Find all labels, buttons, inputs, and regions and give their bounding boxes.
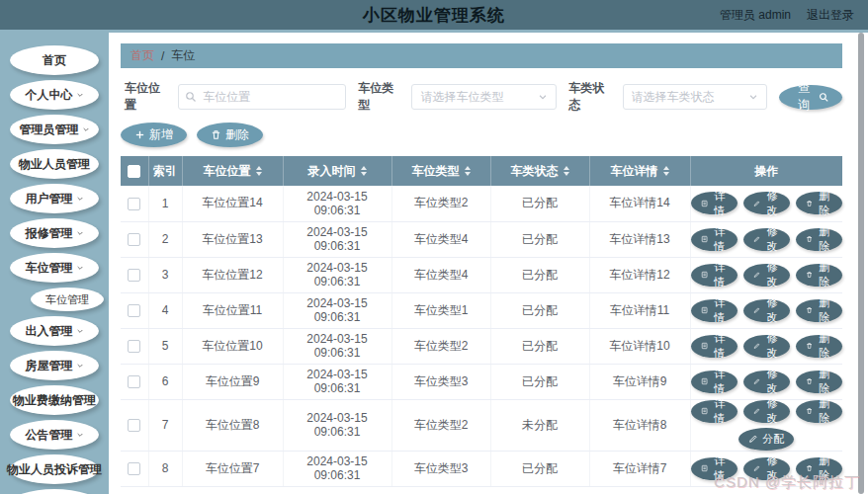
sidebar-item-label: 用户管理 (26, 191, 73, 207)
table-row: 4 车位位置11 2024-03-15 09:06:31 车位类型1 已分配 车… (121, 292, 842, 328)
row-checkbox[interactable] (128, 304, 140, 317)
add-button[interactable]: 新增 (121, 123, 187, 147)
sidebar-item-label: 公告管理 (26, 427, 73, 444)
sidebar-item-home[interactable]: 首页 (10, 45, 99, 75)
edit-icon (748, 434, 758, 444)
row-checkbox[interactable] (128, 269, 140, 282)
detail-button-label: 详情 (712, 396, 728, 426)
edit-button-label: 修改 (764, 396, 780, 426)
row-checkbox[interactable] (128, 340, 140, 353)
delete-row-button[interactable]: 删除 (796, 264, 842, 287)
sort-icon[interactable] (564, 166, 569, 176)
sidebar-item-label: 出入管理 (26, 323, 73, 340)
location-input[interactable] (178, 84, 346, 110)
sidebar-item-user-mgmt[interactable]: 用户管理 (10, 184, 99, 213)
sidebar-item-house-mgmt[interactable]: 房屋管理 (10, 351, 99, 380)
sidebar-item-parking-mgmt-sub[interactable]: 车位管理 (31, 288, 104, 311)
detail-button[interactable]: 详情 (691, 228, 738, 251)
cell-actions: 详情 修改 删除 (690, 451, 842, 486)
sidebar-item-admin-mgmt[interactable]: 管理员管理 (10, 115, 99, 144)
logout-link[interactable]: 退出登录 (807, 7, 854, 24)
sidebar-item-fee-mgmt[interactable]: 物业费缴纳管理 (10, 385, 99, 415)
row-checkbox[interactable] (128, 233, 140, 246)
edit-button[interactable]: 修改 (743, 299, 790, 322)
col-header-type: 车位类型 (391, 156, 490, 186)
cell-type: 车位类型1 (391, 292, 490, 328)
cell-actions: 详情 修改 删除 (690, 328, 842, 364)
document-icon (701, 270, 708, 280)
sort-icon[interactable] (663, 166, 669, 176)
edit-button[interactable]: 修改 (743, 370, 790, 393)
cell-status: 已分配 (490, 186, 589, 221)
detail-button[interactable]: 详情 (691, 400, 738, 423)
row-checkbox[interactable] (128, 462, 140, 475)
delete-row-button[interactable]: 删除 (796, 400, 842, 423)
delete-row-button[interactable]: 删除 (796, 299, 842, 322)
sort-icon[interactable] (361, 166, 367, 176)
detail-button-label: 详情 (712, 295, 728, 325)
detail-button[interactable]: 详情 (691, 264, 738, 287)
cell-location: 车位位置10 (182, 328, 283, 364)
type-select[interactable]: 请选择车位类型 (411, 84, 557, 110)
sort-icon[interactable] (256, 166, 262, 176)
sidebar-item-repair-mgmt[interactable]: 报修管理 (10, 218, 99, 248)
vertical-scrollbar[interactable] (858, 33, 864, 494)
chevron-down-icon (76, 431, 84, 439)
row-checkbox[interactable] (128, 375, 140, 388)
sidebar-item-profile[interactable]: 个人中心 (10, 80, 99, 110)
sort-icon[interactable] (465, 166, 471, 176)
assign-button-label: 分配 (762, 432, 784, 447)
edit-button[interactable]: 修改 (743, 335, 790, 358)
sidebar-item-staff-mgmt[interactable]: 物业人员管理 (10, 149, 99, 179)
detail-button[interactable]: 详情 (691, 335, 738, 358)
assign-button[interactable]: 分配 (738, 428, 794, 451)
trash-icon (211, 129, 221, 140)
delete-row-button[interactable]: 删除 (796, 228, 842, 251)
delete-row-button[interactable]: 删除 (796, 335, 842, 358)
document-icon (701, 234, 708, 244)
row-checkbox[interactable] (128, 198, 140, 210)
delete-button-label: 删除 (817, 396, 832, 426)
edit-icon (753, 463, 760, 473)
trash-icon (806, 199, 813, 208)
edit-icon (753, 234, 760, 244)
edit-button[interactable]: 修改 (743, 264, 790, 287)
sidebar-item-notice-mgmt[interactable]: 公告管理 (10, 420, 99, 450)
edit-button[interactable]: 修改 (743, 457, 790, 480)
search-button[interactable]: 查询 (779, 85, 842, 110)
delete-row-button[interactable]: 删除 (796, 192, 842, 214)
detail-button[interactable]: 详情 (691, 192, 738, 214)
cell-location: 车位位置11 (182, 292, 283, 328)
sidebar-item-access-mgmt[interactable]: 出入管理 (10, 316, 99, 346)
chevron-down-icon (76, 229, 84, 237)
breadcrumb-home-link[interactable]: 首页 (130, 47, 154, 64)
sidebar-item-message-mgmt[interactable]: 我的私信管理 (10, 489, 99, 494)
col-header-location: 车位位置 (182, 156, 283, 186)
cell-status: 已分配 (490, 364, 589, 399)
delete-button[interactable]: 删除 (197, 123, 263, 147)
detail-button-label: 详情 (712, 260, 728, 289)
breadcrumb-separator: / (161, 49, 164, 63)
select-all-checkbox[interactable] (128, 165, 140, 178)
edit-button-label: 修改 (764, 189, 780, 218)
row-checkbox[interactable] (128, 419, 140, 432)
cell-time: 2024-03-15 09:06:31 (283, 364, 391, 399)
document-icon (701, 305, 708, 315)
status-filter-label: 车类状态 (568, 80, 614, 114)
detail-button[interactable]: 详情 (691, 299, 738, 322)
cell-time: 2024-03-15 09:06:31 (283, 328, 391, 364)
cell-location: 车位位置7 (182, 451, 283, 486)
edit-button[interactable]: 修改 (743, 228, 790, 251)
delete-row-button[interactable]: 删除 (796, 457, 842, 480)
delete-row-button[interactable]: 删除 (796, 370, 842, 393)
sidebar-item-complaint-mgmt[interactable]: 物业人员投诉管理 (10, 454, 99, 484)
status-select-placeholder: 请选择车类状态 (632, 89, 749, 106)
detail-button[interactable]: 详情 (691, 457, 738, 480)
delete-button-label: 删除 (817, 331, 832, 361)
edit-button[interactable]: 修改 (743, 192, 790, 214)
detail-button[interactable]: 详情 (691, 370, 738, 393)
status-select[interactable]: 请选择车类状态 (623, 84, 768, 110)
sidebar-item-parking-mgmt[interactable]: 车位管理 (10, 253, 99, 283)
cell-type: 车位类型4 (391, 257, 490, 292)
edit-button[interactable]: 修改 (743, 400, 790, 423)
